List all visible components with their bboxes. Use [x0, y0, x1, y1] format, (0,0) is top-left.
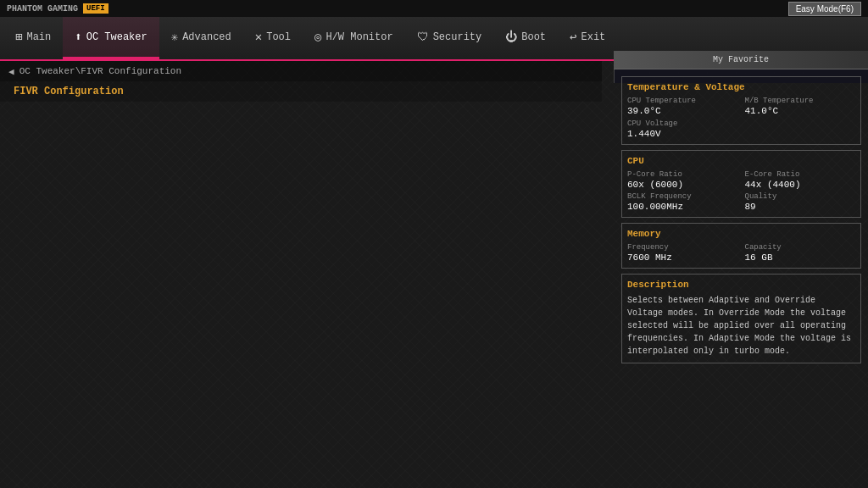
pcore-ratio: P-Core Ratio 60x (6000) [627, 170, 738, 190]
nav-label-main: Main [26, 31, 51, 43]
top-bar: PHANTOM GAMING UEFI Easy Mode(F6) [0, 0, 868, 17]
temp-voltage-grid: CPU Temperature 39.0°C M/B Temperature 4… [627, 97, 855, 116]
boot-icon: ⏻ [505, 30, 517, 44]
right-panel: Temperature & Voltage CPU Temperature 39… [614, 69, 868, 83]
ecore-ratio-value: 44x (4400) [745, 180, 856, 190]
nav-label-hw-monitor: H/W Monitor [326, 31, 392, 43]
nav-item-tool[interactable]: ✕ Tool [243, 17, 303, 59]
memory-section: Memory Frequency 7600 MHz Capacity 16 GB [621, 223, 861, 269]
mem-capacity: Capacity 16 GB [745, 243, 856, 263]
nav-item-main[interactable]: ⊞ Main [3, 17, 63, 59]
pcore-ratio-value: 60x (6000) [627, 180, 738, 190]
nav-label-advanced: Advanced [182, 31, 231, 43]
tool-icon: ✕ [255, 30, 262, 44]
nav-item-exit[interactable]: ↩ Exit [558, 17, 617, 59]
nav-item-security[interactable]: 🛡 Security [405, 17, 494, 59]
my-favorite-bar[interactable]: My Favorite [614, 51, 868, 69]
breadcrumb-path: OC Tweaker\FIVR Configuration [19, 66, 181, 76]
bclk: BCLK Frequency 100.000MHz [627, 192, 738, 212]
temp-voltage-title: Temperature & Voltage [627, 82, 855, 92]
logo-area: PHANTOM GAMING UEFI [7, 3, 108, 14]
exit-icon: ↩ [570, 30, 576, 44]
nav-item-boot[interactable]: ⏻ Boot [493, 17, 558, 59]
breadcrumb-arrow[interactable]: ◀ [8, 66, 14, 77]
description-text: Selects between Adaptive and Override Vo… [627, 294, 855, 358]
hw-monitor-icon: ◎ [314, 30, 321, 44]
bclk-value: 100.000MHz [627, 202, 738, 212]
mb-temp-label: M/B Temperature 41.0°C [745, 97, 856, 116]
page-title: FIVR Configuration [0, 81, 602, 102]
brand-logo: PHANTOM GAMING [7, 4, 78, 14]
cpu-temp-label: CPU Temperature 39.0°C [627, 97, 738, 116]
cpu-voltage-value: 1.440V [627, 129, 855, 139]
cpu-title: CPU [627, 156, 855, 166]
ecore-ratio: E-Core Ratio 44x (4400) [745, 170, 856, 190]
nav-label-security: Security [433, 31, 482, 43]
nav-item-advanced[interactable]: ✳ Advanced [159, 17, 243, 59]
cpu-section: CPU P-Core Ratio 60x (6000) E-Core Ratio… [621, 150, 861, 218]
description-section: Description Selects between Adaptive and… [621, 274, 861, 363]
oc-tweaker-icon: ⬆ [75, 30, 81, 44]
mem-capacity-value: 16 GB [745, 252, 856, 263]
description-title: Description [627, 280, 855, 290]
temp-voltage-section: Temperature & Voltage CPU Temperature 39… [621, 76, 861, 145]
quality: Quality 89 [745, 192, 856, 212]
cpu-temp-value: 39.0°C [627, 106, 738, 116]
memory-title: Memory [627, 229, 855, 239]
my-favorite-label: My Favorite [713, 55, 769, 64]
nav-label-exit: Exit [581, 31, 606, 43]
memory-grid: Frequency 7600 MHz Capacity 16 GB [627, 243, 855, 263]
cpu-grid: P-Core Ratio 60x (6000) E-Core Ratio 44x… [627, 170, 855, 212]
easy-mode-button[interactable]: Easy Mode(F6) [788, 2, 861, 16]
main-icon: ⊞ [15, 30, 22, 44]
cpu-voltage-row: CPU Voltage 1.440V [627, 119, 855, 139]
breadcrumb: ◀ OC Tweaker\FIVR Configuration [0, 61, 602, 81]
security-icon: 🛡 [417, 30, 429, 44]
mb-temp-value: 41.0°C [745, 106, 856, 116]
quality-value: 89 [745, 202, 856, 212]
mem-freq: Frequency 7600 MHz [627, 243, 738, 263]
nav-label-tool: Tool [266, 31, 291, 43]
mem-freq-value: 7600 MHz [627, 252, 738, 263]
nav-label-boot: Boot [521, 31, 546, 43]
nav-item-oc-tweaker[interactable]: ⬆ OC Tweaker [63, 17, 159, 59]
nav-label-oc-tweaker: OC Tweaker [86, 31, 147, 43]
uefi-badge: UEFI [83, 3, 108, 14]
nav-item-hw-monitor[interactable]: ◎ H/W Monitor [303, 17, 405, 59]
advanced-icon: ✳ [171, 30, 178, 44]
